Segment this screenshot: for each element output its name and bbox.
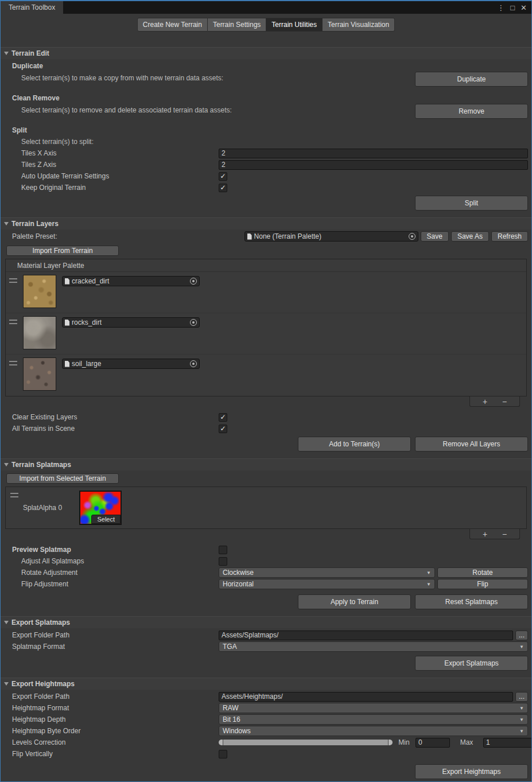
layer-objectfield[interactable]: cracked_dirt bbox=[62, 276, 200, 286]
layer-objectfield[interactable]: soil_large bbox=[62, 359, 200, 369]
levels-correction-slider[interactable] bbox=[219, 740, 393, 745]
layer-row[interactable]: soil_large bbox=[6, 355, 526, 396]
section-title: Terrain Layers bbox=[11, 220, 59, 228]
import-from-selected-terrain-button[interactable]: Import from Selected Terrain bbox=[6, 473, 119, 484]
tiles-z-label: Tiles Z Axis bbox=[4, 161, 219, 169]
rotate-button[interactable]: Rotate bbox=[437, 567, 528, 578]
splatmap-browse-button[interactable]: ... bbox=[515, 631, 528, 640]
splatmap-format-label: Splatmap Format bbox=[4, 643, 219, 651]
object-picker-icon[interactable] bbox=[190, 360, 197, 367]
preview-splatmap-checkbox[interactable] bbox=[219, 546, 227, 554]
adjust-all-label: Adjust All Splatmaps bbox=[4, 557, 219, 565]
window-title-tab[interactable]: Terrain Toolbox bbox=[1, 1, 63, 14]
splatmap-row[interactable]: SplatAlpha 0 Select bbox=[6, 487, 526, 528]
terrain-layers-header[interactable]: Terrain Layers bbox=[1, 218, 531, 229]
tiles-x-input[interactable] bbox=[219, 149, 528, 158]
heightmap-byte-order-dropdown[interactable]: Windows ▼ bbox=[219, 726, 528, 736]
layer-thumbnail-soil-large[interactable] bbox=[23, 357, 56, 391]
remove-all-layers-button[interactable]: Remove All Layers bbox=[415, 437, 528, 452]
window-menu-icon[interactable]: ⋮ bbox=[497, 4, 504, 11]
import-from-terrain-button[interactable]: Import From Terrain bbox=[6, 246, 119, 256]
rotate-adjustment-dropdown[interactable]: Clockwise ▼ bbox=[219, 567, 435, 578]
add-to-terrain-button[interactable]: Add to Terrain(s) bbox=[298, 437, 411, 452]
close-icon[interactable]: ✕ bbox=[521, 4, 527, 11]
heightmap-format-dropdown[interactable]: RAW ▼ bbox=[219, 703, 528, 713]
chevron-down-icon: ▼ bbox=[519, 706, 524, 711]
drag-handle-icon[interactable] bbox=[9, 278, 17, 283]
layer-objectfield[interactable]: rocks_dirt bbox=[62, 317, 200, 328]
tiles-z-input[interactable] bbox=[219, 160, 528, 170]
chevron-down-icon: ▼ bbox=[426, 570, 431, 575]
object-picker-icon[interactable] bbox=[190, 319, 197, 326]
maximize-icon[interactable]: □ bbox=[510, 4, 515, 11]
min-input[interactable] bbox=[415, 738, 450, 748]
remove-button[interactable]: Remove bbox=[415, 104, 528, 119]
tab-terrain-utilities[interactable]: Terrain Utilities bbox=[266, 18, 323, 32]
drag-handle-icon[interactable] bbox=[9, 320, 17, 324]
foldout-arrow-icon bbox=[4, 222, 9, 225]
splatmap-thumbnail[interactable]: Select bbox=[79, 491, 122, 525]
add-layer-button[interactable]: + bbox=[477, 398, 493, 406]
remove-splatmap-button[interactable]: − bbox=[496, 530, 512, 538]
clean-remove-description: Select terrain(s) to remove and delete a… bbox=[4, 104, 415, 114]
remove-layer-button[interactable]: − bbox=[496, 398, 512, 406]
flip-vertically-checkbox[interactable] bbox=[219, 750, 227, 758]
splatmap-select-button[interactable]: Select bbox=[91, 515, 121, 524]
terrain-splatmaps-header[interactable]: Terrain Splatmaps bbox=[1, 459, 531, 470]
section-title: Export Splatmaps bbox=[11, 618, 70, 627]
palette-preset-label: Palette Preset: bbox=[4, 232, 244, 240]
layer-row[interactable]: cracked_dirt bbox=[6, 272, 526, 313]
tab-terrain-settings[interactable]: Terrain Settings bbox=[208, 18, 266, 32]
layer-thumbnail-cracked-dirt[interactable] bbox=[23, 275, 56, 308]
object-picker-icon[interactable] bbox=[409, 233, 415, 240]
flip-button[interactable]: Flip bbox=[437, 579, 528, 589]
layer-name: rocks_dirt bbox=[72, 318, 188, 326]
asset-icon bbox=[65, 320, 69, 326]
refresh-button[interactable]: Refresh bbox=[491, 231, 528, 242]
layer-list-footer: + − bbox=[469, 396, 520, 407]
heightmap-folder-input[interactable] bbox=[219, 692, 513, 702]
chevron-down-icon: ▼ bbox=[519, 717, 524, 722]
splatmap-folder-input[interactable] bbox=[219, 631, 513, 640]
reset-splatmaps-button[interactable]: Reset Splatmaps bbox=[415, 594, 528, 609]
mode-tab-group: Create New Terrain Terrain Settings Terr… bbox=[137, 18, 395, 32]
terrain-edit-header[interactable]: Terrain Edit bbox=[1, 48, 531, 59]
export-splatmaps-button[interactable]: Export Splatmaps bbox=[415, 656, 528, 671]
layer-row[interactable]: rocks_dirt bbox=[6, 313, 526, 355]
tab-terrain-visualization[interactable]: Terrain Visualization bbox=[323, 18, 395, 32]
all-terrains-checkbox[interactable]: ✓ bbox=[219, 425, 227, 433]
clear-existing-checkbox[interactable]: ✓ bbox=[219, 413, 227, 422]
tab-create-new-terrain[interactable]: Create New Terrain bbox=[137, 18, 208, 32]
splatmap-format-dropdown[interactable]: TGA ▼ bbox=[219, 641, 528, 652]
duplicate-button[interactable]: Duplicate bbox=[415, 72, 528, 87]
slider-max-handle[interactable] bbox=[388, 740, 393, 745]
split-button[interactable]: Split bbox=[415, 196, 528, 211]
section-terrain-layers: Terrain Layers Palette Preset: None (Ter… bbox=[1, 217, 531, 458]
auto-update-label: Auto Update Terrain Settings bbox=[4, 172, 219, 180]
palette-preset-objectfield[interactable]: None (Terrain Palette) bbox=[244, 231, 418, 242]
slider-min-handle[interactable] bbox=[219, 740, 223, 745]
object-picker-icon[interactable] bbox=[190, 278, 197, 285]
export-splatmaps-header[interactable]: Export Splatmaps bbox=[1, 617, 531, 628]
levels-correction-label: Levels Correction bbox=[4, 738, 219, 746]
add-splatmap-button[interactable]: + bbox=[477, 530, 493, 538]
layer-thumbnail-rocks-dirt[interactable] bbox=[23, 316, 56, 349]
max-label: Max bbox=[450, 738, 483, 746]
keep-original-checkbox[interactable]: ✓ bbox=[219, 184, 227, 192]
save-as-button[interactable]: Save As bbox=[451, 231, 489, 242]
drag-handle-icon[interactable] bbox=[9, 361, 17, 365]
apply-to-terrain-button[interactable]: Apply to Terrain bbox=[298, 594, 411, 609]
flip-adjustment-dropdown[interactable]: Horizontal ▼ bbox=[219, 579, 435, 589]
heightmap-browse-button[interactable]: ... bbox=[515, 692, 528, 702]
heightmap-depth-dropdown[interactable]: Bit 16 ▼ bbox=[219, 714, 528, 725]
auto-update-checkbox[interactable]: ✓ bbox=[219, 172, 227, 181]
adjust-all-checkbox[interactable] bbox=[219, 557, 227, 566]
section-export-heightmaps: Export Heightmaps Export Folder Path ...… bbox=[1, 678, 531, 782]
drag-handle-icon[interactable] bbox=[10, 493, 18, 497]
chevron-down-icon: ▼ bbox=[519, 729, 524, 734]
max-input[interactable] bbox=[483, 738, 532, 748]
export-heightmaps-header[interactable]: Export Heightmaps bbox=[1, 678, 531, 690]
save-button[interactable]: Save bbox=[421, 231, 449, 242]
slider-track[interactable] bbox=[223, 740, 388, 745]
export-heightmaps-button[interactable]: Export Heightmaps bbox=[415, 764, 528, 779]
